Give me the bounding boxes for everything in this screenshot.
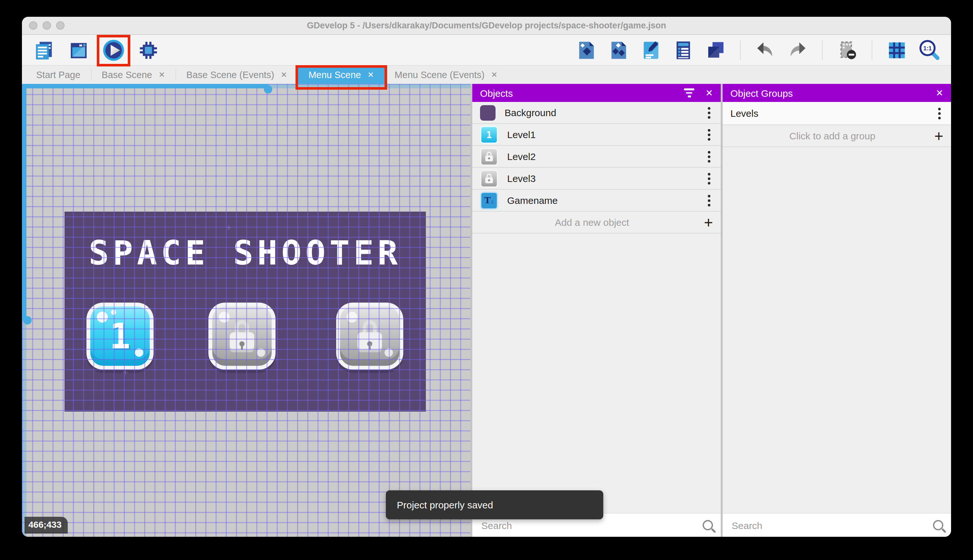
- scene-editor-button[interactable]: [66, 37, 92, 63]
- tab-menu-scene-events[interactable]: Menu Scene (Events) ✕: [384, 66, 508, 84]
- redo-icon: [786, 39, 808, 61]
- tab-base-scene-events[interactable]: Base Scene (Events) ✕: [176, 66, 298, 84]
- plus-icon[interactable]: +: [934, 128, 943, 143]
- game-scene-viewport: SPACE SHOOTER + + + + 1: [65, 212, 426, 412]
- redo-button[interactable]: [785, 37, 810, 63]
- kebab-menu-icon[interactable]: [708, 133, 710, 136]
- level3-thumbnail: [480, 169, 498, 187]
- search-icon: [933, 520, 943, 530]
- kebab-menu-icon[interactable]: [708, 155, 710, 158]
- object-groups-panel: Object Groups ✕ Levels Click to add a gr…: [723, 84, 951, 537]
- close-panel-icon[interactable]: ✕: [936, 88, 943, 98]
- level3-locked-button-instance[interactable]: [336, 303, 403, 370]
- tab-menu-scene[interactable]: Menu Scene ✕: [298, 66, 384, 84]
- properties-pencil-icon: [640, 39, 662, 61]
- project-manager-icon: [33, 39, 55, 61]
- vertical-scrollbar[interactable]: [22, 84, 27, 537]
- plus-icon[interactable]: +: [704, 215, 713, 230]
- object-row-gamename[interactable]: Tx Gamename: [472, 190, 721, 212]
- instances-list-icon: [672, 39, 694, 61]
- undo-button[interactable]: [752, 37, 778, 63]
- close-tab-icon[interactable]: ✕: [281, 70, 287, 79]
- gamename-text-thumbnail: Tx: [480, 191, 498, 209]
- close-panel-icon[interactable]: ✕: [706, 88, 713, 98]
- cursor-coordinates-badge: 466;433: [25, 517, 68, 533]
- undo-icon: [754, 39, 776, 61]
- object-groups-panel-header: Object Groups ✕: [723, 84, 951, 102]
- debugger-button[interactable]: [135, 37, 161, 63]
- groups-search-bar: [723, 513, 951, 537]
- title-bar: GDevelop 5 - /Users/dkarakay/Documents/G…: [22, 17, 951, 35]
- groups-search-input[interactable]: [730, 519, 933, 531]
- zoom-1-1-icon: 1:1: [918, 38, 941, 62]
- app-window: GDevelop 5 - /Users/dkarakay/Documents/G…: [22, 17, 951, 537]
- screen: GDevelop 5 - /Users/dkarakay/Documents/G…: [0, 0, 973, 560]
- object-groups-editor-button[interactable]: [606, 37, 631, 63]
- save-toast: Project properly saved: [386, 490, 603, 519]
- object-row-level2[interactable]: Level2: [472, 146, 721, 168]
- toast-message: Project properly saved: [397, 499, 493, 510]
- object-row-level1[interactable]: 1 Level1: [472, 124, 721, 146]
- search-icon: [703, 520, 713, 530]
- objects-panel-title: Objects: [480, 87, 684, 98]
- play-icon: [102, 38, 125, 62]
- vertical-scroll-knob[interactable]: [23, 316, 32, 325]
- tab-base-scene[interactable]: Base Scene ✕: [91, 66, 175, 84]
- horizontal-scrollbar[interactable]: [22, 84, 470, 88]
- level1-thumbnail: 1: [480, 125, 498, 143]
- objects-editor-button[interactable]: [573, 37, 600, 63]
- kebab-menu-icon[interactable]: [708, 111, 710, 114]
- window-mask-button[interactable]: [834, 37, 860, 63]
- objects-search-input[interactable]: [480, 519, 703, 531]
- objects-panel: Objects ✕ Background 1 Level1: [472, 84, 721, 537]
- add-new-object-row[interactable]: Add a new object +: [472, 212, 721, 233]
- close-tab-icon[interactable]: ✕: [367, 70, 374, 79]
- object-row-background[interactable]: Background: [472, 102, 721, 124]
- add-group-row[interactable]: Click to add a group +: [723, 125, 951, 147]
- background-thumbnail: [480, 105, 495, 120]
- svg-text:1:1: 1:1: [923, 45, 932, 51]
- grid-icon: [886, 39, 908, 61]
- level1-button-instance[interactable]: 1: [87, 303, 153, 370]
- layers-editor-button[interactable]: [703, 37, 728, 63]
- object-groups-editor-icon: [608, 39, 630, 61]
- toggle-grid-button[interactable]: [884, 37, 910, 63]
- group-row-levels[interactable]: Levels: [723, 102, 951, 125]
- lock-icon: [212, 307, 272, 366]
- level2-locked-button-instance[interactable]: [208, 303, 275, 370]
- close-tab-icon[interactable]: ✕: [491, 70, 498, 79]
- kebab-menu-icon[interactable]: [708, 199, 710, 202]
- debugger-bug-icon: [137, 39, 159, 61]
- instances-list-button[interactable]: [670, 37, 696, 63]
- properties-button[interactable]: [638, 37, 664, 63]
- scene-canvas[interactable]: SPACE SHOOTER + + + + 1: [22, 84, 470, 537]
- filter-icon[interactable]: [684, 88, 695, 97]
- editor-content: SPACE SHOOTER + + + + 1: [22, 84, 951, 537]
- project-manager-button[interactable]: [31, 37, 57, 63]
- window-title: GDevelop 5 - /Users/dkarakay/Documents/G…: [22, 21, 951, 30]
- scene-window-icon: [68, 39, 90, 61]
- tab-start-page[interactable]: Start Page: [26, 66, 91, 84]
- objects-editor-icon: [576, 39, 598, 61]
- level2-thumbnail: [480, 147, 498, 165]
- zoom-reset-button[interactable]: 1:1: [916, 37, 942, 63]
- layers-icon: [705, 39, 726, 61]
- editor-tabbar: Start Page Base Scene ✕ Base Scene (Even…: [22, 66, 951, 84]
- lock-icon: [340, 307, 400, 366]
- close-tab-icon[interactable]: ✕: [158, 70, 165, 79]
- kebab-menu-icon[interactable]: [938, 112, 941, 115]
- kebab-menu-icon[interactable]: [708, 177, 710, 180]
- object-row-level3[interactable]: Level3: [472, 168, 721, 190]
- objects-panel-header: Objects ✕: [472, 84, 721, 102]
- horizontal-scroll-knob[interactable]: [264, 85, 272, 93]
- scene-title-text-instance[interactable]: SPACE SHOOTER: [65, 233, 426, 272]
- main-toolbar: 1:1: [22, 35, 951, 66]
- preview-play-button[interactable]: [101, 37, 127, 63]
- window-mask-icon: [836, 39, 858, 61]
- object-groups-panel-title: Object Groups: [730, 87, 936, 98]
